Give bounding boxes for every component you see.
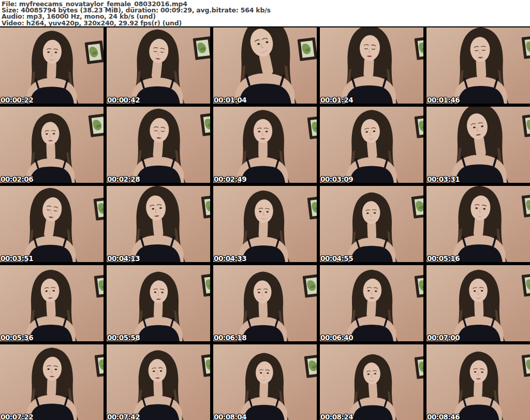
timestamp-label: 00:05:16 (427, 254, 460, 262)
thumbnail: 00:08:04 (213, 344, 317, 420)
thumbnail: 00:03:31 (426, 107, 530, 183)
thumbnail: 00:05:16 (426, 186, 530, 262)
timestamp-label: 00:02:28 (107, 175, 140, 183)
timestamp-label: 00:06:40 (320, 334, 353, 341)
thumbnail: 00:02:49 (213, 107, 317, 183)
thumbnail: 00:06:18 (213, 265, 317, 341)
thumbnail: 00:03:51 (0, 186, 104, 262)
thumbnail: 00:04:33 (213, 186, 317, 262)
timestamp-label: 00:03:51 (1, 254, 33, 262)
video-contact-sheet: File: myfreecams_novataylor_female_08032… (0, 0, 530, 420)
timestamp-label: 00:02:49 (214, 175, 246, 183)
thumbnail: 00:07:00 (426, 265, 530, 341)
thumbnail: 00:00:42 (107, 27, 210, 104)
file-info-header: File: myfreecams_novataylor_female_08032… (0, 0, 530, 26)
timestamp-label: 00:05:58 (107, 334, 140, 341)
video-info-line: Video: h264, yuv420p, 320x240, 29.92 fps… (2, 20, 530, 26)
thumbnail: 00:01:04 (213, 27, 317, 104)
timestamp-label: 00:08:04 (214, 413, 246, 420)
timestamp-label: 00:01:46 (427, 96, 460, 104)
timestamp-label: 00:08:24 (320, 413, 353, 420)
timestamp-label: 00:00:42 (107, 96, 140, 104)
thumbnail: 00:08:24 (320, 344, 423, 420)
thumbnail: 00:05:58 (107, 265, 210, 341)
thumbnail: 00:02:28 (107, 107, 210, 183)
thumbnail: 00:01:46 (426, 27, 530, 104)
timestamp-label: 00:05:36 (1, 334, 33, 341)
timestamp-label: 00:04:33 (214, 254, 246, 262)
thumbnail: 00:00:22 (0, 27, 104, 104)
thumbnail: 00:06:40 (320, 265, 423, 341)
timestamp-label: 00:01:24 (320, 96, 353, 104)
timestamp-label: 00:06:18 (214, 334, 246, 341)
timestamp-label: 00:01:04 (214, 96, 246, 104)
timestamp-label: 00:04:13 (107, 254, 140, 262)
timestamp-label: 00:02:06 (1, 175, 33, 183)
timestamp-label: 00:04:55 (320, 254, 353, 262)
thumbnail: 00:05:36 (0, 265, 104, 341)
timestamp-label: 00:03:31 (427, 175, 460, 183)
thumbnail: 00:02:06 (0, 107, 104, 183)
thumbnail: 00:04:13 (107, 186, 210, 262)
thumbnail: 00:04:55 (320, 186, 423, 262)
thumbnail: 00:01:24 (320, 27, 423, 104)
timestamp-label: 00:07:42 (107, 413, 140, 420)
timestamp-label: 00:07:00 (427, 334, 460, 341)
thumbnail: 00:08:46 (426, 344, 530, 420)
timestamp-label: 00:00:22 (1, 96, 33, 104)
timestamp-label: 00:08:46 (427, 413, 460, 420)
thumbnail: 00:03:09 (320, 107, 423, 183)
timestamp-label: 00:03:09 (320, 175, 353, 183)
thumbnail: 00:07:42 (107, 344, 210, 420)
thumbnail-grid: 00:00:2200:00:4200:01:0400:01:2400:01:46… (0, 26, 530, 420)
timestamp-label: 00:07:22 (1, 413, 33, 420)
thumbnail: 00:07:22 (0, 344, 104, 420)
